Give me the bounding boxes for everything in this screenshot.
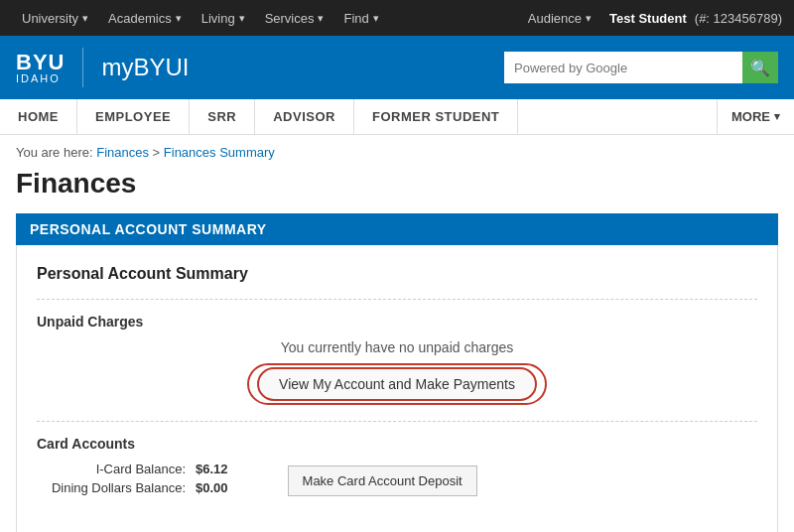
icard-label: I-Card Balance: <box>37 462 186 476</box>
icard-row: I-Card Balance: $6.12 <box>37 462 228 476</box>
payments-btn-wrapper: View My Account and Make Payments <box>37 367 757 401</box>
audience-menu[interactable]: Audience <box>518 3 601 34</box>
page-title: Finances <box>0 164 794 213</box>
secondary-navigation: HOME EMPLOYEE SRR ADVISOR FORMER STUDENT… <box>0 99 794 135</box>
top-nav-university[interactable]: University <box>12 3 98 34</box>
breadcrumb-finances-summary[interactable]: Finances Summary <box>164 145 275 160</box>
card-accounts-row: I-Card Balance: $6.12 Dining Dollars Bal… <box>37 462 757 499</box>
dining-value: $0.00 <box>196 480 228 495</box>
card-inner: Personal Account Summary Unpaid Charges … <box>17 245 777 532</box>
user-id: (#: 123456789) <box>695 11 782 26</box>
section-header: PERSONAL ACCOUNT SUMMARY <box>16 213 778 245</box>
top-nav-links: University Academics Living Services Fin… <box>12 3 389 34</box>
card-title: Personal Account Summary <box>37 265 757 283</box>
no-charges-message: You currently have no unpaid charges <box>37 339 757 355</box>
unpaid-charges-section: Unpaid Charges You currently have no unp… <box>37 299 757 421</box>
tab-advisor[interactable]: ADVISOR <box>255 99 354 134</box>
unpaid-charges-label: Unpaid Charges <box>37 314 757 330</box>
icard-value: $6.12 <box>196 462 228 476</box>
byu-logo: BYU IDAHO <box>16 52 65 84</box>
tab-more[interactable]: MORE <box>717 99 794 134</box>
top-nav-user: Audience Test Student (#: 123456789) <box>518 3 782 34</box>
top-nav-services[interactable]: Services <box>255 3 334 34</box>
make-deposit-button[interactable]: Make Card Account Deposit <box>288 466 477 496</box>
view-payments-button[interactable]: View My Account and Make Payments <box>257 367 537 401</box>
tab-home[interactable]: HOME <box>0 99 77 134</box>
dining-row: Dining Dollars Balance: $0.00 <box>37 480 228 495</box>
site-title: myBYUI <box>101 54 189 81</box>
byu-text: BYU <box>16 52 65 73</box>
balance-table: I-Card Balance: $6.12 Dining Dollars Bal… <box>37 462 228 499</box>
search-button[interactable]: 🔍 <box>742 52 778 83</box>
card-accounts-label: Card Accounts <box>37 436 757 452</box>
dining-label: Dining Dollars Balance: <box>37 480 186 495</box>
top-nav-find[interactable]: Find <box>333 3 388 34</box>
breadcrumb-prefix: You are here: <box>16 145 96 160</box>
tab-former-student[interactable]: FORMER STUDENT <box>354 99 518 134</box>
search-input[interactable] <box>504 52 742 83</box>
account-card: Personal Account Summary Unpaid Charges … <box>16 245 778 532</box>
breadcrumb: You are here: Finances > Finances Summar… <box>0 135 794 164</box>
breadcrumb-finances[interactable]: Finances <box>96 145 149 160</box>
top-nav-living[interactable]: Living <box>192 3 255 34</box>
tab-employee[interactable]: EMPLOYEE <box>77 99 190 134</box>
top-nav-academics[interactable]: Academics <box>98 3 192 34</box>
tab-srr[interactable]: SRR <box>190 99 255 134</box>
breadcrumb-separator: > <box>153 145 164 160</box>
header-branding: BYU IDAHO myBYUI <box>16 48 189 87</box>
idaho-text: IDAHO <box>16 73 61 84</box>
main-content: PERSONAL ACCOUNT SUMMARY Personal Accoun… <box>0 213 794 532</box>
top-navigation: University Academics Living Services Fin… <box>0 0 794 36</box>
search-box: 🔍 <box>504 52 778 83</box>
card-accounts-section: Card Accounts I-Card Balance: $6.12 Dini… <box>37 421 757 513</box>
user-display-name: Test Student <box>609 11 687 26</box>
site-header: BYU IDAHO myBYUI 🔍 <box>0 36 794 99</box>
header-divider <box>82 48 83 87</box>
